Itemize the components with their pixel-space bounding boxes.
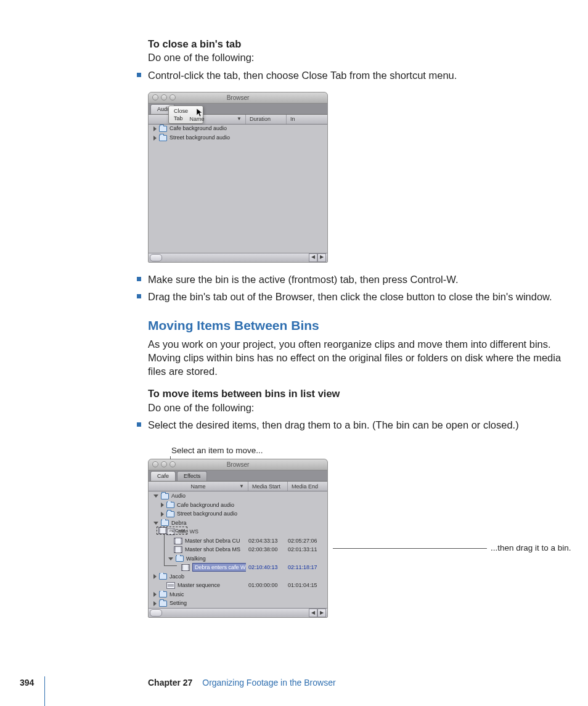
tab-label: Cafe (157, 473, 169, 479)
cell-media-end: 02:01:33:11 (285, 546, 325, 553)
list-item[interactable]: Jacob (149, 572, 327, 581)
browser-window-2: Browser Cafe Effects Name ▼ Media Start … (148, 459, 328, 618)
disclosure-open-icon[interactable] (153, 522, 158, 525)
tab-effects[interactable]: Effects (177, 471, 207, 481)
scroll-right-icon[interactable]: ▶ (317, 609, 326, 617)
scroll-thumb[interactable] (150, 609, 162, 617)
item-label: Street background audio (169, 134, 230, 141)
list-item[interactable]: Cafe background audio (149, 125, 327, 134)
list-item[interactable]: Audio (149, 491, 327, 501)
window-tabs: Audi Close Tab (149, 104, 327, 115)
list-item[interactable]: Debra (149, 519, 327, 528)
list-item[interactable]: Walking (149, 554, 327, 564)
bullet-text: Control-click the tab, then choose Close… (148, 68, 457, 82)
bin-icon (159, 573, 167, 580)
close-tab-sub: Do one of the following: (148, 52, 254, 63)
list-item[interactable]: Music (149, 590, 327, 599)
item-label: Audio (171, 493, 186, 499)
tab-label: Effects (184, 473, 200, 479)
bin-icon (161, 493, 169, 499)
disclosure-open-icon[interactable] (153, 495, 158, 498)
browser-body: Cafe background audio Street background … (149, 125, 327, 253)
tab-label: Audi (157, 106, 168, 112)
col-duration[interactable]: Duration (246, 115, 287, 124)
drag-guide-line (164, 565, 177, 566)
callout-right: ...then drag it to a bin. (333, 543, 571, 554)
window-tabs: Cafe Effects (149, 470, 327, 482)
minimize-dot-icon[interactable] (161, 94, 167, 101)
col-in[interactable]: In (287, 115, 327, 124)
list-item[interactable]: cafe WS (149, 527, 327, 536)
tab-cafe[interactable]: Cafe (150, 471, 176, 481)
item-label: Walking (186, 556, 206, 562)
list-item[interactable]: Cafe background audio (149, 501, 327, 510)
scroll-left-icon[interactable]: ◀ (309, 253, 317, 262)
window-title: Browser (227, 461, 250, 468)
list-item[interactable]: Master shot Debra MS02:00:38:0002:01:33:… (149, 545, 327, 554)
drag-guide-line (164, 532, 165, 566)
footer-chapter: Chapter 27 Organizing Footage in the Bro… (148, 678, 336, 688)
disclosure-icon[interactable] (153, 601, 157, 606)
scroll-left-icon[interactable]: ◀ (309, 609, 317, 617)
figure-1: Browser Audi Close Tab Name ▼ (148, 92, 567, 263)
cell-media-start: 02:10:40:13 (246, 564, 285, 571)
browser-tab-audio[interactable]: Audi Close Tab (150, 104, 175, 114)
col-label: Name (190, 483, 205, 490)
window-statusbar: ◀ ▶ (149, 253, 327, 262)
list-item[interactable]: Street background audio (149, 133, 327, 142)
item-label: Jacob (169, 573, 184, 580)
list-item[interactable]: Street background audio (149, 509, 327, 519)
zoom-dot-icon[interactable] (169, 94, 176, 101)
bullet-text: Drag the bin's tab out of the Browser, t… (148, 290, 552, 303)
bullet-square-icon (137, 294, 141, 298)
list-item[interactable]: Setting (149, 599, 327, 608)
disclosure-icon[interactable] (153, 574, 157, 579)
list-item[interactable]: Debra enters cafe WS02:10:40:1302:11:18:… (149, 563, 327, 572)
list-item[interactable]: Master shot Debra CU02:04:33:1302:05:27:… (149, 536, 327, 546)
move-items-title: To move items between bins in list view (148, 388, 340, 399)
close-dot-icon[interactable] (152, 461, 158, 467)
bin-icon (166, 502, 174, 508)
figure-2: Select an item to move... Browser Cafe E… (148, 445, 468, 618)
disclosure-icon[interactable] (161, 503, 164, 507)
disclosure-open-icon[interactable] (168, 557, 173, 560)
disclosure-icon[interactable] (153, 592, 157, 597)
close-tab-title: To close a bin's tab (148, 38, 241, 49)
close-tab-heading: To close a bin's tab Do one of the follo… (148, 37, 567, 65)
col-media-start[interactable]: Media Start (248, 482, 288, 491)
item-label: Street background audio (177, 511, 237, 517)
page-number: 394 (20, 678, 34, 688)
scroll-right-icon[interactable]: ▶ (317, 253, 326, 262)
col-media-end[interactable]: Media End (288, 482, 327, 491)
scroll-thumb[interactable] (150, 254, 162, 261)
disclosure-icon[interactable] (153, 126, 157, 131)
col-name[interactable]: Name ▼ (149, 115, 246, 124)
clip-icon (174, 546, 182, 553)
browser-body: AudioCafe background audioStreet backgro… (149, 491, 327, 608)
bullet-square-icon (137, 422, 141, 427)
disclosure-icon[interactable] (153, 136, 157, 141)
list-item[interactable]: Master sequence01:00:00:0001:01:04:15 (149, 581, 327, 590)
zoom-dot-icon[interactable] (169, 461, 176, 467)
footer-chapter-title: Organizing Footage in the Browser (202, 678, 335, 688)
bin-icon (159, 601, 167, 607)
col-name[interactable]: Name ▼ (149, 482, 248, 491)
minimize-dot-icon[interactable] (161, 461, 167, 467)
column-header: Name ▼ Duration In (149, 115, 327, 125)
bullet-text: Make sure the bin is the active (frontmo… (148, 273, 458, 286)
traffic-lights (152, 94, 176, 101)
sequence-icon (166, 582, 175, 589)
window-statusbar: ◀ ▶ (149, 608, 327, 617)
bin-icon (161, 520, 169, 526)
item-label: Master sequence (178, 582, 220, 588)
browser-window-1: Browser Audi Close Tab Name ▼ (148, 92, 328, 263)
bullet-square-icon (137, 73, 141, 77)
disclosure-icon[interactable] (161, 512, 164, 517)
bin-icon (166, 511, 174, 517)
col-label: In (290, 115, 295, 123)
window-titlebar: Browser (149, 92, 327, 104)
close-dot-icon[interactable] (152, 94, 158, 101)
move-items-sub: Do one of the following: (148, 402, 254, 413)
callout-top: Select an item to move... (171, 445, 468, 456)
bin-icon (176, 556, 184, 562)
